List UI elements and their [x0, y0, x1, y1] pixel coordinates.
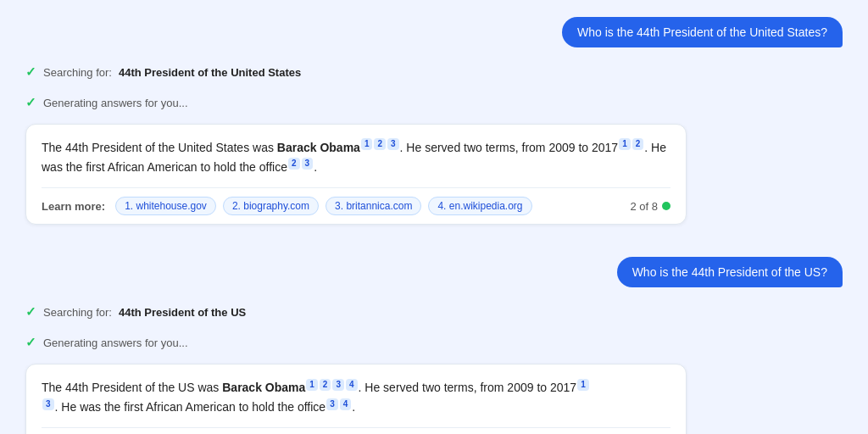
result-count-text-1: 2 of 8	[630, 200, 658, 213]
learn-more-bar-1: Learn more: 1. whitehouse.gov 2. biograp…	[42, 187, 670, 224]
search-label-2: Searching for:	[43, 306, 112, 319]
green-dot-1	[662, 202, 670, 210]
check-icon-1: ✓	[25, 64, 36, 80]
search-status-2: ✓ Searching for: 44th President of the U…	[25, 303, 843, 321]
answer-text-2: The 44th President of the US was Barack …	[42, 378, 670, 427]
source-chip-1-3[interactable]: 3. britannica.com	[326, 197, 421, 215]
search-status-1: ✓ Searching for: 44th President of the U…	[25, 63, 843, 81]
cite-1-2: 2	[374, 138, 386, 150]
cite-1-1: 1	[361, 138, 373, 150]
answer-mid-1: . He served two terms, from 2009 to 2017	[400, 141, 619, 154]
user-message-text-1: Who is the 44th President of the United …	[577, 25, 827, 39]
gap-1	[25, 236, 843, 245]
cite-2-3: 3	[332, 379, 344, 391]
cite-1-7: 3	[302, 158, 314, 170]
user-bubble-1: Who is the 44th President of the United …	[562, 17, 843, 47]
cite-2-4: 4	[346, 379, 358, 391]
cite-2-7: 3	[326, 398, 338, 410]
generating-status-2: ✓ Generating answers for you...	[25, 333, 843, 352]
answer-name-2: Barack Obama	[222, 381, 305, 394]
cite-1-5: 2	[632, 138, 644, 150]
answer-period-2: .	[352, 400, 355, 414]
answer-intro-1: The 44th President of the United States …	[42, 141, 277, 154]
search-label-1: Searching for:	[43, 66, 112, 79]
cite-2-6: 3	[42, 398, 54, 410]
answer-mid-2: . He served two terms, from 2009 to 2017	[359, 381, 577, 394]
cite-2-8: 4	[340, 398, 352, 410]
answer-card-2: The 44th President of the US was Barack …	[25, 364, 687, 434]
cite-2-1: 1	[306, 379, 318, 391]
answer-intro-2: The 44th President of the US was	[42, 381, 222, 394]
check-icon-2: ✓	[25, 304, 36, 320]
learn-more-label-1: Learn more:	[42, 200, 105, 213]
answer-name-1: Barack Obama	[277, 141, 360, 154]
cite-2-2: 2	[320, 379, 331, 391]
source-chip-1-2[interactable]: 2. biography.com	[223, 197, 319, 215]
source-chip-1-1[interactable]: 1. whitehouse.gov	[115, 197, 216, 215]
user-message-text-2: Who is the 44th President of the US?	[632, 265, 827, 279]
generating-label-1: Generating answers for you...	[43, 97, 188, 109]
search-query-2: 44th President of the US	[119, 306, 246, 319]
answer-end-2: . He was the first African American to h…	[55, 400, 326, 414]
learn-more-bar-2: Learn more: 1. whitehouse.gov 2. baracko…	[42, 427, 670, 434]
check-icon-gen-1: ✓	[25, 95, 36, 110]
answer-text-1: The 44th President of the United States …	[42, 138, 670, 187]
chat-container: Who is the 44th President of the United …	[25, 17, 843, 434]
search-query-1: 44th President of the United States	[119, 66, 301, 79]
user-bubble-2: Who is the 44th President of the US?	[617, 257, 843, 287]
generating-label-2: Generating answers for you...	[43, 337, 188, 349]
result-count-1: 2 of 8	[630, 200, 670, 213]
source-chip-1-4[interactable]: 4. en.wikipedia.org	[428, 197, 531, 215]
answer-period-1: .	[314, 160, 317, 174]
cite-1-3: 3	[387, 138, 399, 150]
cite-1-6: 2	[288, 158, 300, 170]
answer-card-1: The 44th President of the United States …	[25, 124, 687, 225]
cite-1-4: 1	[619, 138, 631, 150]
generating-status-1: ✓ Generating answers for you...	[25, 93, 843, 112]
user-message-row-1: Who is the 44th President of the United …	[25, 17, 843, 47]
check-icon-gen-2: ✓	[25, 335, 36, 350]
user-message-row-2: Who is the 44th President of the US?	[25, 257, 843, 287]
cite-2-5: 1	[577, 379, 589, 391]
